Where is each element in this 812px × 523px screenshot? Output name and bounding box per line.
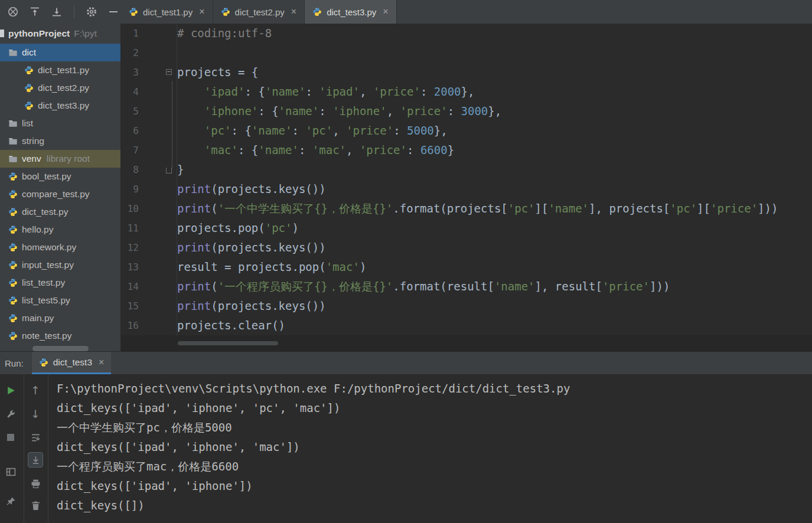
- tree-item-dict[interactable]: dict: [0, 44, 120, 61]
- code-line[interactable]: 11projects.pop('pc'): [121, 218, 812, 238]
- tree-item-list-test-py[interactable]: list_test.py: [0, 274, 120, 292]
- code-text: 'mac': {'name': 'mac', 'price': 6600}: [177, 140, 454, 160]
- tree-item-main-py[interactable]: main.py: [0, 309, 120, 327]
- print-icon[interactable]: [28, 476, 43, 491]
- scroll-to-bottom-icon[interactable]: [51, 6, 63, 18]
- pin-tab-icon[interactable]: [3, 493, 18, 509]
- tree-item-hello-py[interactable]: hello.py: [0, 221, 120, 238]
- code-editor[interactable]: 1# coding:utf-823−projects = {4 'ipad': …: [121, 24, 812, 351]
- code-line[interactable]: 12print(projects.keys()): [121, 238, 812, 257]
- code-text: print('一个程序员购买了{}，价格是{}'.format(result['…: [177, 277, 670, 296]
- python-file-icon: [8, 207, 18, 217]
- fold-gutter: [139, 296, 177, 316]
- line-number: 13: [121, 257, 139, 277]
- tree-item-list-test5-py[interactable]: list_test5.py: [0, 292, 120, 309]
- code-line[interactable]: 4 'ipad': {'name': 'ipad', 'price': 2000…: [121, 82, 812, 102]
- hide-panel-icon[interactable]: [107, 6, 119, 18]
- code-line[interactable]: 5 'iphone': {'name': 'iphone', 'price': …: [121, 102, 812, 121]
- line-number: 7: [121, 140, 139, 160]
- line-number: 3: [121, 63, 139, 82]
- editor-tab-dict-test2-py[interactable]: dict_test2.py×: [213, 0, 305, 24]
- code-line[interactable]: 10print('一个中学生购买了{}，价格是{}'.format(projec…: [121, 199, 812, 218]
- code-text: projects = {: [177, 63, 258, 82]
- project-root[interactable]: pythonProject F:\pyt: [0, 24, 120, 44]
- run-panel-label: Run:: [5, 358, 24, 368]
- tree-item-label: input_test.py: [22, 260, 74, 270]
- code-line[interactable]: 13result = projects.pop('mac'): [121, 257, 812, 277]
- python-file-icon: [8, 225, 18, 234]
- fold-gutter: [139, 199, 177, 218]
- code-line[interactable]: 1# coding:utf-8: [121, 24, 812, 43]
- tab-label: dict_test3.py: [327, 7, 376, 17]
- tab-label: dict_test2.py: [235, 7, 285, 17]
- tree-item-dict-test1-py[interactable]: dict_test1.py: [0, 61, 120, 79]
- editor-hscrollbar-thumb[interactable]: [178, 341, 278, 345]
- editor-tab-dict-test3-py[interactable]: dict_test3.py×: [305, 0, 397, 24]
- down-stack-trace-button[interactable]: ↓: [28, 406, 43, 421]
- tree-item-note-test-py[interactable]: note_test.py: [0, 327, 120, 345]
- tree-item-homework-py[interactable]: homework.py: [0, 238, 120, 256]
- code-text: print(projects.keys()): [177, 296, 326, 316]
- run-tab-dict-test3[interactable]: dict_test3 ×: [32, 352, 112, 374]
- project-hscrollbar[interactable]: [32, 346, 89, 351]
- tree-item-label: string: [22, 136, 44, 146]
- console-line: F:\pythonProject\venv\Scripts\python.exe…: [57, 379, 808, 398]
- python-file-icon: [24, 66, 34, 75]
- tree-item-string[interactable]: string: [0, 132, 120, 150]
- stop-button: [3, 430, 18, 445]
- tab-close-icon[interactable]: ×: [383, 7, 388, 17]
- tree-item-dict-test2-py[interactable]: dict_test2.py: [0, 79, 120, 97]
- settings-gear-icon[interactable]: [86, 6, 97, 18]
- clear-console-trash-icon[interactable]: [28, 498, 43, 513]
- panel-toolbar: [0, 0, 121, 24]
- code-line[interactable]: 16projects.clear(): [121, 316, 812, 335]
- editor-tab-dict-test1-py[interactable]: dict_test1.py×: [121, 0, 213, 24]
- run-body: ↑ ↓ F:\pythonProject\venv\Scripts\python…: [0, 374, 812, 523]
- code-line[interactable]: 6 'pc': {'name': 'pc', 'price': 5000},: [121, 121, 812, 140]
- code-line[interactable]: 8}: [121, 160, 812, 179]
- toolbar-divider: [24, 374, 24, 523]
- fold-guide-line: [172, 81, 172, 168]
- run-tab-close-icon[interactable]: ×: [99, 358, 104, 367]
- run-tab-label: dict_test3: [53, 357, 92, 368]
- tree-item-input-test-py[interactable]: input_test.py: [0, 256, 120, 274]
- code-text: print(projects.keys()): [177, 238, 326, 257]
- console-output[interactable]: F:\pythonProject\venv\Scripts\python.exe…: [57, 379, 808, 523]
- tree-item-bool-test-py[interactable]: bool_test.py: [0, 168, 120, 185]
- fold-marker[interactable]: −: [139, 63, 177, 82]
- scroll-to-end-button[interactable]: [28, 452, 43, 468]
- compass-icon[interactable]: [7, 6, 19, 18]
- code-line[interactable]: 7 'mac': {'name': 'mac', 'price': 6600}: [121, 140, 812, 160]
- code-text: print('一个中学生购买了{}，价格是{}'.format(projects…: [177, 199, 778, 218]
- scroll-to-top-icon[interactable]: [29, 6, 41, 18]
- tree-item-compare-test-py[interactable]: compare_test.py: [0, 185, 120, 203]
- run-settings-wrench-icon[interactable]: [3, 406, 18, 421]
- tree-item-label: dict_test1.py: [38, 65, 89, 76]
- tree-item-venv[interactable]: venvlibrary root: [0, 150, 120, 168]
- code-line[interactable]: 15print(projects.keys()): [121, 296, 812, 316]
- editor-tab-bar: dict_test1.py×dict_test2.py×dict_test3.p…: [121, 0, 397, 24]
- python-file-icon: [8, 260, 18, 270]
- tab-close-icon[interactable]: ×: [291, 7, 296, 17]
- tree-item-list[interactable]: list: [0, 115, 120, 132]
- python-file-icon: [24, 101, 34, 110]
- soft-wrap-icon[interactable]: [28, 430, 43, 445]
- code-lines: 1# coding:utf-823−projects = {4 'ipad': …: [121, 24, 812, 335]
- code-text: projects.clear(): [177, 316, 285, 335]
- tree-item-dict-test-py[interactable]: dict_test.py: [0, 203, 120, 221]
- code-line[interactable]: 9print(projects.keys()): [121, 179, 812, 199]
- code-line[interactable]: 3−projects = {: [121, 63, 812, 82]
- code-line[interactable]: 2: [121, 43, 812, 63]
- tree-item-dict-test3-py[interactable]: dict_test3.py: [0, 97, 120, 115]
- run-panel: Run: dict_test3 ×: [0, 351, 812, 523]
- line-number: 11: [121, 218, 139, 238]
- up-stack-trace-button[interactable]: ↑: [28, 383, 43, 398]
- code-text: 'iphone': {'name': 'iphone', 'price': 30…: [177, 102, 501, 121]
- tab-close-icon[interactable]: ×: [199, 7, 204, 17]
- code-line[interactable]: 14print('一个程序员购买了{}，价格是{}'.format(result…: [121, 277, 812, 296]
- restore-layout-icon[interactable]: [3, 464, 18, 479]
- code-text: 'ipad': {'name': 'ipad', 'price': 2000},: [177, 82, 474, 102]
- console-line: dict_keys(['ipad', 'iphone']): [57, 476, 808, 496]
- rerun-button[interactable]: [3, 383, 18, 398]
- folder-icon: [8, 136, 18, 146]
